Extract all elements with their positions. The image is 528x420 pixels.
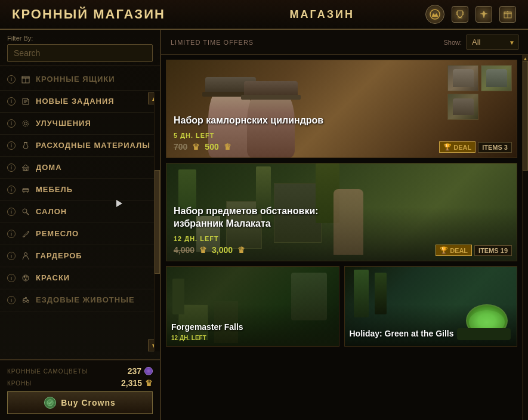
thumbnail-2: [481, 65, 512, 91]
sidebar-item-consumables[interactable]: i РАСХОДНЫЕ МАТЕРИАЛЫ: [0, 135, 160, 157]
sword-icon-btn[interactable]: [475, 6, 492, 23]
sidebar-item-label: КРОННЫЕ ЯЩИКИ: [36, 75, 115, 85]
trophy-deal-icon: 🏆: [443, 143, 452, 151]
deal-badge: 🏆 DEAL ITEMS 19: [436, 245, 512, 256]
sidebar-item-mounts[interactable]: i ЕЗДОВЫЕ ЖИВОТНЫЕ: [0, 289, 160, 311]
svg-point-12: [23, 121, 29, 126]
deal-label: DEAL: [453, 144, 471, 151]
sidebar-item-crafting[interactable]: i РЕМЕСЛО: [0, 223, 160, 245]
svg-point-20: [23, 209, 27, 213]
filter-section: Filter By:: [0, 30, 160, 66]
item-small-content: Holiday: Green at the Gills: [350, 328, 512, 341]
quest-icon: [20, 96, 31, 107]
item-card-holiday[interactable]: Holiday: Green at the Gills: [344, 266, 518, 347]
crown-icon-btn[interactable]: [425, 5, 444, 24]
item-name: Набор предметов обстановки: избранник Ма…: [174, 205, 359, 230]
sidebar-item-paints[interactable]: i КРАСКИ: [0, 267, 160, 289]
deal-tag: 🏆 DEAL: [436, 245, 472, 256]
show-select[interactable]: All New Featured On Sale: [467, 35, 518, 50]
right-scrollbar[interactable]: ▲: [522, 55, 528, 420]
items-count: ITEMS 19: [474, 245, 512, 256]
crafting-icon: [20, 228, 31, 239]
sidebar-item-salon[interactable]: i САЛОН: [0, 201, 160, 223]
info-icon: i: [7, 252, 16, 260]
show-select-wrapper: All New Featured On Sale ▼: [467, 35, 518, 50]
crown-icon-price: ♛: [192, 142, 200, 152]
item-card-forgemaster[interactable]: Forgemaster Falls 12 ДН. LEFT: [166, 266, 339, 347]
thumb-row: [447, 65, 512, 91]
paint-icon: [20, 273, 31, 283]
info-icon: i: [7, 296, 16, 304]
crown-icon-small: ♛: [145, 378, 153, 388]
sidebar-item-label: ДОМА: [36, 163, 62, 173]
item-name: Holiday: Green at the Gills: [350, 328, 512, 339]
item-small-content: Forgemaster Falls 12 ДН. LEFT: [171, 322, 334, 341]
item-card-malacath[interactable]: Набор предметов обстановки: избранник Ма…: [166, 163, 517, 261]
svg-point-11: [24, 122, 27, 125]
header-icons: [425, 5, 516, 24]
sidebar-item-new-tasks[interactable]: i НОВЫЕ ЗАДАНИЯ: [0, 91, 160, 113]
item-timer: 5 ДН. LEFT: [174, 132, 510, 139]
gems-amount: 237: [128, 366, 141, 376]
item-timer: 12 ДН. LEFT: [171, 335, 334, 341]
sidebar-item-wardrobe[interactable]: i ГАРДЕРОБ: [0, 245, 160, 267]
price-new: 3,000: [212, 245, 233, 255]
info-icon: i: [7, 208, 16, 216]
item-thumbnails: [447, 65, 512, 120]
info-icon: i: [7, 97, 16, 106]
svg-point-0: [430, 10, 440, 19]
svg-point-24: [24, 276, 26, 278]
info-icon: i: [7, 141, 16, 150]
info-icon: i: [7, 163, 16, 172]
limited-offers-title: LIMITED TIME OFFERS: [171, 39, 254, 46]
sidebar-item-homes[interactable]: i ДОМА: [0, 157, 160, 179]
item-name: Forgemaster Falls: [171, 322, 334, 332]
svg-line-21: [27, 213, 29, 215]
furniture-icon: [20, 184, 31, 195]
show-label: Show:: [443, 39, 462, 46]
info-icon: i: [7, 75, 16, 84]
crowns-row: КРОНЫ 2,315 ♛: [7, 378, 153, 388]
trophy-icon-btn[interactable]: [452, 6, 468, 23]
price-old: 700: [174, 142, 187, 152]
sidebar-item-furniture[interactable]: i МЕБЕЛЬ: [0, 179, 160, 201]
header: КРОННЫЙ МАГАЗИН МАГАЗИН: [0, 0, 528, 30]
nav-list: i КРОННЫЕ ЯЩИКИ i НОВЫЕ ЗАДАНИЯ i УЛУЧШЕ…: [0, 66, 160, 359]
sidebar-item-label: ЕЗДОВЫЕ ЖИВОТНЫЕ: [36, 295, 135, 305]
search-input[interactable]: [7, 44, 153, 62]
gear-icon: [20, 118, 31, 129]
crown-icon-new-price: ♛: [237, 245, 245, 255]
items-row-small: Forgemaster Falls 12 ДН. LEFT: [166, 266, 517, 347]
mount-icon: [20, 295, 31, 305]
gift-icon-btn[interactable]: [499, 6, 516, 23]
crowns-value: 2,315 ♛: [121, 378, 153, 388]
svg-point-22: [24, 253, 27, 256]
gems-row: КРОННЫЕ САМОЦВЕТЫ 237: [7, 366, 153, 376]
sidebar-item-crown-boxes[interactable]: i КРОННЫЕ ЯЩИКИ: [0, 69, 160, 91]
sidebar-item-improvements[interactable]: i УЛУЧШЕНИЯ: [0, 113, 160, 135]
buy-icon: [44, 397, 56, 409]
thumbnail-3: [447, 94, 478, 120]
price-new: 500: [205, 142, 218, 152]
home-icon: [20, 162, 31, 173]
filter-label: Filter By:: [7, 35, 153, 42]
deal-label: DEAL: [450, 247, 468, 254]
main-layout: Filter By: i КРОННЫЕ ЯЩИКИ i НОВЫЕ ЗАДАН…: [0, 30, 528, 420]
buy-crowns-button[interactable]: Buy Crowns: [7, 391, 153, 414]
sidebar: Filter By: i КРОННЫЕ ЯЩИКИ i НОВЫЕ ЗАДАН…: [0, 30, 161, 420]
info-icon: i: [7, 230, 16, 238]
scroll-thumb: [523, 61, 528, 171]
items-count: ITEMS 3: [478, 142, 512, 153]
sidebar-scrollbar[interactable]: [154, 92, 160, 351]
item-name: Набор камлорнских цилиндров: [174, 115, 359, 127]
crown-icon-new-price: ♛: [224, 142, 231, 152]
cursor: [116, 200, 122, 207]
sidebar-item-label: УЛУЧШЕНИЯ: [36, 119, 91, 129]
deal-badge: 🏆 DEAL ITEMS 3: [439, 141, 512, 153]
item-timer: 12 ДН. LEFT: [174, 235, 510, 242]
deal-tag: 🏆 DEAL: [439, 141, 475, 153]
sidebar-item-label: НОВЫЕ ЗАДАНИЯ: [36, 97, 115, 107]
item-card-cylinders[interactable]: Набор камлорнских цилиндров 5 ДН. LEFT 7…: [166, 60, 517, 158]
sidebar-scroll-thumb: [155, 170, 160, 274]
sidebar-item-label: РЕМЕСЛО: [36, 229, 79, 239]
